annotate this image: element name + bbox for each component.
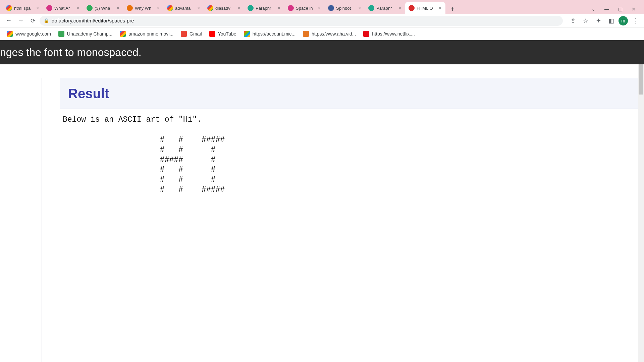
close-icon[interactable]: × bbox=[156, 5, 161, 11]
reload-button[interactable]: ⟳ bbox=[28, 15, 38, 26]
tab-title: (3) Wha bbox=[95, 6, 113, 11]
close-icon[interactable]: × bbox=[35, 5, 40, 11]
result-panel: Result Below is an ASCII art of "Hi". # … bbox=[60, 78, 644, 362]
bookmark-item[interactable]: https://www.netflix.... bbox=[361, 29, 418, 38]
avatar-letter: m bbox=[621, 18, 625, 23]
tab-favicon-icon bbox=[6, 5, 12, 11]
tab-favicon-icon bbox=[207, 5, 213, 11]
tab-favicon-icon bbox=[409, 5, 415, 11]
pre-output: Below is an ASCII art of "Hi". # # #####… bbox=[63, 115, 641, 195]
browser-tab-strip: html spa×What Ar×(3) Wha×Why Wh×advanta×… bbox=[0, 0, 644, 14]
tab-title: Spinbot bbox=[336, 6, 355, 11]
bookmark-label: https://account.mic... bbox=[253, 31, 296, 37]
bookmark-item[interactable]: www.google.com bbox=[4, 29, 54, 38]
tab-title: What Ar bbox=[54, 6, 73, 11]
minimize-button[interactable]: — bbox=[602, 4, 612, 14]
tab-favicon-icon bbox=[127, 5, 133, 11]
browser-tab[interactable]: Spinbot× bbox=[325, 2, 365, 14]
tab-favicon-icon bbox=[248, 5, 254, 11]
bookmark-favicon-icon bbox=[209, 31, 215, 37]
bookmark-favicon-icon bbox=[244, 31, 250, 37]
bookmark-label: https://www.aha.vid... bbox=[312, 31, 356, 37]
tab-title: Space in bbox=[296, 6, 315, 11]
close-icon[interactable]: × bbox=[276, 5, 282, 11]
browser-tab[interactable]: Paraphr× bbox=[244, 2, 284, 14]
bookmark-label: amazon prime movi... bbox=[128, 31, 173, 37]
browser-tab[interactable]: (3) Wha× bbox=[83, 2, 123, 14]
bookmark-favicon-icon bbox=[120, 31, 126, 37]
browser-tab[interactable]: Space in× bbox=[284, 2, 325, 14]
bookmark-item[interactable]: https://account.mic... bbox=[241, 29, 298, 38]
browser-tab[interactable]: Why Wh× bbox=[123, 2, 164, 14]
bookmark-item[interactable]: YouTube bbox=[207, 29, 239, 38]
tab-favicon-icon bbox=[167, 5, 173, 11]
bookmark-label: Unacademy Champ... bbox=[67, 31, 112, 37]
bookmark-favicon-icon bbox=[363, 31, 369, 37]
kebab-menu-icon[interactable]: ⋮ bbox=[630, 15, 641, 26]
tab-title: Why Wh bbox=[135, 6, 154, 11]
lock-icon: 🔒 bbox=[44, 18, 49, 23]
editor-panel[interactable] bbox=[0, 78, 42, 362]
bookmark-item[interactable]: Unacademy Champ... bbox=[56, 29, 115, 38]
bookmark-label: www.google.com bbox=[15, 31, 51, 37]
url-text: dofactory.com/html/editor/spaces-pre bbox=[52, 18, 134, 23]
bookmark-label: YouTube bbox=[218, 31, 236, 37]
tab-favicon-icon bbox=[87, 5, 93, 11]
tab-title: html spa bbox=[14, 6, 33, 11]
bookmark-star-icon[interactable]: ☆ bbox=[580, 15, 591, 26]
browser-tab[interactable]: advanta× bbox=[164, 2, 204, 14]
address-bar[interactable]: 🔒 dofactory.com/html/editor/spaces-pre bbox=[40, 16, 563, 26]
tab-favicon-icon bbox=[368, 5, 374, 11]
new-tab-button[interactable]: + bbox=[447, 4, 458, 14]
share-icon[interactable]: ⇪ bbox=[568, 15, 578, 26]
browser-tab[interactable]: HTML O× bbox=[405, 2, 445, 14]
page-banner: nges the font to monospaced. bbox=[0, 40, 644, 64]
close-icon[interactable]: × bbox=[397, 5, 402, 11]
forward-button[interactable]: → bbox=[15, 15, 26, 26]
tab-title: advanta bbox=[175, 6, 194, 11]
content-area: Result Below is an ASCII art of "Hi". # … bbox=[0, 64, 644, 362]
close-icon[interactable]: × bbox=[317, 5, 322, 11]
tab-favicon-icon bbox=[288, 5, 294, 11]
close-icon[interactable]: × bbox=[115, 5, 121, 11]
extensions-icon[interactable]: ✦ bbox=[593, 15, 604, 26]
browser-tab[interactable]: diasadv× bbox=[204, 2, 244, 14]
result-body: Below is an ASCII art of "Hi". # # #####… bbox=[60, 109, 644, 201]
scrollbar-thumb[interactable] bbox=[639, 64, 643, 95]
bookmark-favicon-icon bbox=[7, 31, 13, 37]
browser-tab[interactable]: What Ar× bbox=[43, 2, 83, 14]
bookmark-item[interactable]: amazon prime movi... bbox=[117, 29, 176, 38]
maximize-button[interactable]: ▢ bbox=[615, 4, 625, 14]
browser-tab[interactable]: html spa× bbox=[3, 2, 43, 14]
bookmark-item[interactable]: https://www.aha.vid... bbox=[300, 29, 359, 38]
browser-tab[interactable]: Paraphr× bbox=[365, 2, 405, 14]
bookmark-label: https://www.netflix.... bbox=[372, 31, 415, 37]
tab-title: HTML O bbox=[417, 6, 435, 11]
vertical-scrollbar[interactable] bbox=[638, 64, 644, 362]
close-icon[interactable]: × bbox=[437, 5, 443, 11]
result-title: Result bbox=[68, 86, 636, 101]
tab-favicon-icon bbox=[328, 5, 334, 11]
browser-toolbar: ← → ⟳ 🔒 dofactory.com/html/editor/spaces… bbox=[0, 14, 644, 27]
chevron-down-icon[interactable]: ⌄ bbox=[588, 4, 598, 14]
back-button[interactable]: ← bbox=[3, 15, 14, 26]
bookmark-favicon-icon bbox=[303, 31, 309, 37]
close-window-button[interactable]: ✕ bbox=[629, 4, 639, 14]
close-icon[interactable]: × bbox=[236, 5, 241, 11]
bookmarks-bar: www.google.comUnacademy Champ...amazon p… bbox=[0, 27, 644, 40]
bookmark-item[interactable]: Gmail bbox=[178, 29, 205, 38]
bookmark-label: Gmail bbox=[190, 31, 202, 37]
tab-title: diasadv bbox=[215, 6, 234, 11]
profile-avatar[interactable]: m bbox=[619, 16, 628, 25]
close-icon[interactable]: × bbox=[357, 5, 362, 11]
bookmark-favicon-icon bbox=[58, 31, 64, 37]
close-icon[interactable]: × bbox=[75, 5, 80, 11]
result-header: Result bbox=[60, 78, 644, 109]
tab-title: Paraphr bbox=[376, 6, 395, 11]
side-panel-icon[interactable]: ◧ bbox=[606, 15, 616, 26]
close-icon[interactable]: × bbox=[196, 5, 201, 11]
tab-title: Paraphr bbox=[256, 6, 274, 11]
bookmark-favicon-icon bbox=[181, 31, 187, 37]
banner-text: nges the font to monospaced. bbox=[0, 46, 142, 59]
tab-favicon-icon bbox=[46, 5, 52, 11]
